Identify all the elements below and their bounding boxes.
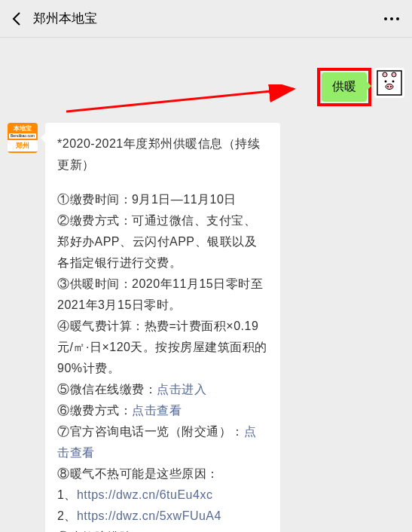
back-icon[interactable] — [9, 11, 24, 26]
avatar-line3: 郑州 — [8, 140, 38, 151]
article-title: *2020-2021年度郑州供暖信息（持续更新） — [57, 133, 268, 176]
svg-point-7 — [390, 86, 392, 87]
link-reason-1[interactable]: https://dwz.cn/6tuEu4xc — [77, 488, 212, 501]
sent-message-row: 供暖 — [8, 68, 404, 106]
article-item-9: ⑨小故障排除：https://dwz.cn/oVxJ0nBD — [57, 527, 268, 532]
sent-text: 供暖 — [332, 80, 356, 93]
link-reason-2[interactable]: https://dwz.cn/5xwFUuA4 — [77, 509, 221, 522]
header-title: 郑州本地宝 — [33, 10, 380, 27]
svg-point-2 — [392, 72, 396, 77]
received-message-row: 本地宝 Bendibao.com 郑州 *2020-2021年度郑州供暖信息（持… — [8, 123, 404, 532]
header-bar: 郑州本地宝 — [0, 0, 412, 38]
svg-rect-0 — [377, 71, 401, 95]
avatar-line2: Bendibao.com — [9, 133, 36, 139]
svg-point-5 — [386, 84, 393, 90]
official-avatar[interactable]: 本地宝 Bendibao.com 郑州 — [8, 123, 38, 153]
article-item-8: ⑧暖气不热可能是这些原因： — [57, 463, 268, 485]
article-item-8-2: 2、https://dwz.cn/5xwFUuA4 — [57, 506, 268, 527]
article-item-3: ③供暖时间：2020年11月15日零时至2021年3月15日零时。 — [57, 274, 268, 316]
article-item-4: ④暖气费计算：热费=计费面积×0.19元/㎡·日×120天。按按房屋建筑面积的9… — [57, 316, 268, 379]
chat-area: 供暖 本地宝 Bendibao.com — [0, 38, 412, 532]
svg-point-3 — [385, 81, 387, 83]
avatar-line1: 本地宝 — [14, 124, 32, 132]
link-wechat-pay[interactable]: 点击进入 — [157, 383, 206, 396]
article-item-8-1: 1、https://dwz.cn/6tuEu4xc — [57, 485, 268, 506]
svg-point-6 — [387, 86, 389, 87]
more-icon[interactable] — [380, 11, 403, 26]
pig-icon — [377, 70, 402, 96]
user-avatar[interactable] — [374, 68, 404, 98]
article-item-1: ①缴费时间：9月1日—11月10日 — [57, 189, 268, 210]
received-bubble[interactable]: *2020-2021年度郑州供暖信息（持续更新） ①缴费时间：9月1日—11月1… — [45, 123, 280, 532]
article-item-5: ⑤微信在线缴费：点击进入 — [57, 379, 268, 400]
highlight-box: 供暖 — [317, 68, 371, 106]
svg-point-4 — [392, 81, 395, 83]
article-item-7: ⑦官方咨询电话一览（附交通）：点击查看 — [57, 421, 268, 463]
link-pay-method[interactable]: 点击查看 — [132, 404, 182, 417]
svg-point-1 — [383, 72, 387, 77]
article-item-2: ②缴费方式：可通过微信、支付宝、郑好办APP、云闪付APP、银联以及各指定银行进… — [57, 210, 268, 274]
article-item-6: ⑥缴费方式：点击查看 — [57, 400, 268, 421]
sent-bubble[interactable]: 供暖 — [322, 72, 367, 102]
